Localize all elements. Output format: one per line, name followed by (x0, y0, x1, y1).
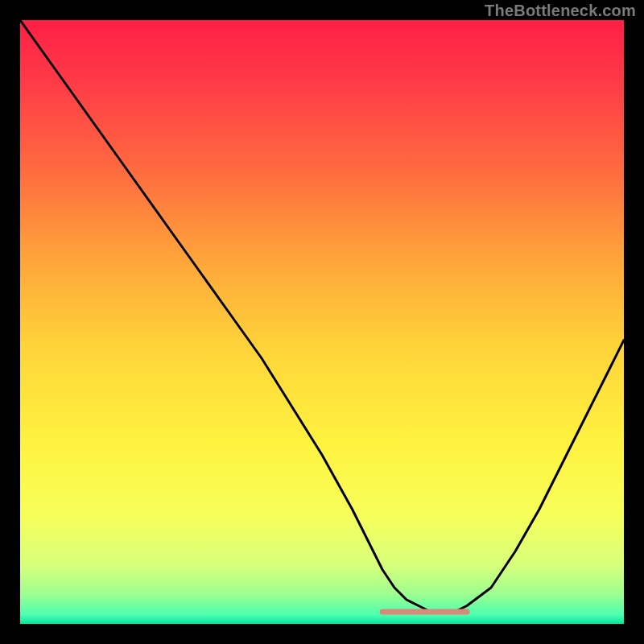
plot-area (20, 20, 624, 624)
background-gradient (20, 20, 624, 624)
chart-frame: TheBottleneck.com (0, 0, 644, 644)
svg-rect-0 (20, 20, 624, 624)
watermark-text: TheBottleneck.com (485, 2, 636, 20)
